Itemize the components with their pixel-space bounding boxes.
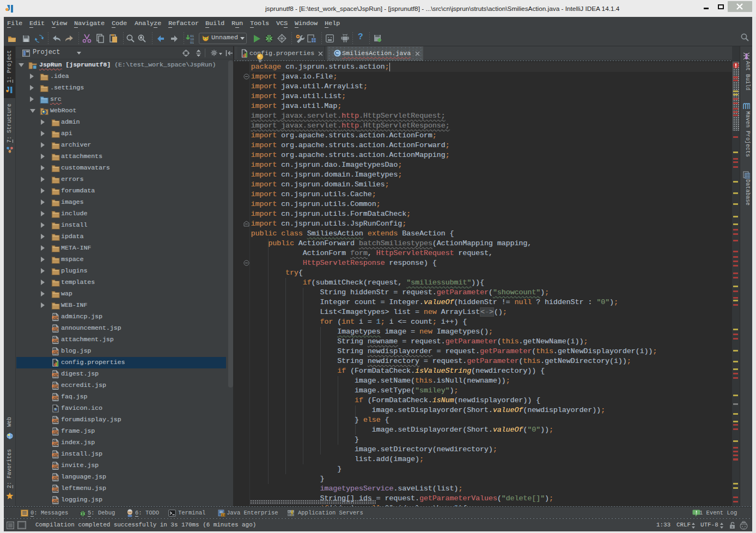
svg-text:JSP: JSP (53, 373, 58, 377)
svg-text:JSP: JSP (53, 442, 58, 445)
svg-text:JSP: JSP (53, 499, 58, 502)
svg-text:JSP: JSP (53, 476, 58, 480)
svg-text:JSP: JSP (53, 339, 58, 342)
svg-text:JSP: JSP (53, 488, 58, 491)
svg-text:JSP: JSP (53, 385, 58, 388)
svg-text:JSP: JSP (53, 350, 58, 354)
svg-text:JSP: JSP (53, 396, 58, 399)
svg-text:01: 01 (190, 41, 194, 44)
svg-text:EE: EE (222, 513, 225, 517)
svg-text:JSP: JSP (53, 465, 58, 468)
svg-text:JSP: JSP (53, 328, 58, 331)
svg-text:JSP: JSP (53, 419, 58, 422)
svg-text:JSP: JSP (53, 316, 58, 319)
svg-text:JSP: JSP (53, 431, 58, 434)
svg-text:JSP: JSP (53, 453, 58, 457)
